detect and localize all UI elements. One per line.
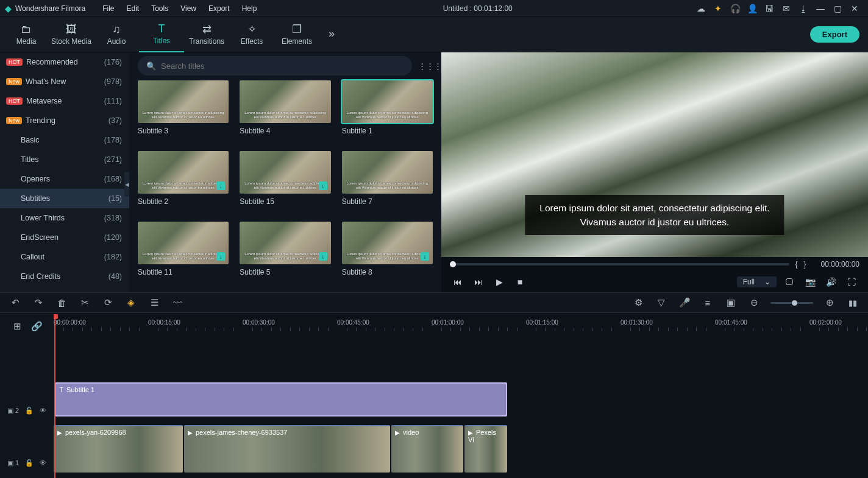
lock-icon[interactable]: 🔓 bbox=[25, 407, 34, 415]
undo-button[interactable]: ↶ bbox=[9, 297, 22, 308]
tab-titles[interactable]: TTitles bbox=[139, 17, 184, 52]
menu-help[interactable]: Help bbox=[236, 4, 263, 13]
title-thumbnail[interactable]: Lorem ipsum dolor sit amet consectetur a… bbox=[138, 151, 229, 213]
thumbnail-label: Subtitle 11 bbox=[138, 268, 229, 276]
tab-more[interactable]: » bbox=[319, 17, 344, 52]
category-item[interactable]: HOTRecommended(176) bbox=[0, 52, 129, 72]
collapse-sidebar-button[interactable]: ◀ bbox=[124, 172, 129, 197]
speed-button[interactable]: ⟳ bbox=[101, 297, 115, 308]
cloud-icon[interactable]: ☁ bbox=[692, 4, 710, 13]
zoom-slider[interactable] bbox=[770, 302, 813, 304]
search-box[interactable]: 🔍 bbox=[138, 56, 412, 76]
tab-stock-media[interactable]: 🖼Stock Media bbox=[49, 17, 94, 52]
category-item[interactable]: NewTrending(37) bbox=[0, 111, 129, 130]
title-thumbnail[interactable]: Lorem ipsum dolor sit amet consectetur a… bbox=[240, 151, 330, 213]
fullscreen-icon[interactable]: ⛶ bbox=[844, 277, 859, 287]
color-button[interactable]: ⚙ bbox=[631, 297, 645, 308]
stop-button[interactable]: ■ bbox=[512, 277, 528, 287]
hot-badge: HOT bbox=[6, 97, 23, 105]
adjust-button[interactable]: ☰ bbox=[148, 297, 161, 308]
video-clip[interactable]: ▶pexels-yan-6209968 bbox=[54, 425, 183, 473]
marker-button[interactable]: ▽ bbox=[655, 297, 668, 308]
category-item[interactable]: EndScreen(120) bbox=[0, 228, 129, 247]
download-icon[interactable]: ⭳ bbox=[795, 4, 812, 13]
mail-icon[interactable]: ✉ bbox=[778, 4, 795, 13]
volume-icon[interactable]: 🔊 bbox=[823, 277, 839, 287]
mark-in-brace[interactable]: { bbox=[795, 260, 798, 269]
account-icon[interactable]: 👤 bbox=[744, 4, 761, 13]
tab-elements[interactable]: ❐Elements bbox=[274, 17, 319, 52]
play-button[interactable]: ▶ bbox=[491, 277, 507, 287]
tab-transitions[interactable]: ⇄Transitions bbox=[184, 17, 229, 52]
visibility-icon[interactable]: 👁 bbox=[40, 459, 46, 466]
audio-wave-button[interactable]: 〰 bbox=[171, 298, 184, 308]
title-thumbnail[interactable]: Lorem ipsum dolor sit amet consectetur a… bbox=[240, 80, 330, 142]
monitor-icon[interactable]: 🖵 bbox=[781, 277, 797, 287]
video-clip[interactable]: ▶Pexels Vi bbox=[464, 425, 507, 473]
title-thumbnail[interactable]: Lorem ipsum dolor sit amet consectetur a… bbox=[342, 151, 433, 213]
download-arrow-icon: ↓ bbox=[319, 252, 327, 261]
keyframe-button[interactable]: ◈ bbox=[124, 297, 138, 308]
tab-media[interactable]: 🗀Media bbox=[4, 17, 49, 52]
headset-icon[interactable]: 🎧 bbox=[727, 4, 744, 13]
menu-tools[interactable]: Tools bbox=[145, 4, 174, 13]
category-name: End Credits bbox=[21, 272, 60, 281]
menu-edit[interactable]: Edit bbox=[121, 4, 146, 13]
category-item[interactable]: Openers(168) bbox=[0, 169, 129, 189]
tab-audio[interactable]: ♫Audio bbox=[94, 17, 139, 52]
crop-button[interactable]: ▣ bbox=[724, 297, 738, 308]
next-frame-button[interactable]: ⏭ bbox=[471, 277, 486, 287]
grid-view-icon[interactable]: ⋮⋮⋮ bbox=[418, 62, 433, 71]
cut-button[interactable]: ✂ bbox=[78, 297, 91, 308]
link-button[interactable]: 🔗 bbox=[30, 321, 43, 332]
mark-out-brace[interactable]: } bbox=[804, 260, 806, 269]
export-button[interactable]: Export bbox=[810, 26, 859, 43]
quality-select[interactable]: Full⌄ bbox=[737, 276, 777, 287]
save-icon[interactable]: 🖫 bbox=[761, 4, 778, 13]
menu-export[interactable]: Export bbox=[202, 4, 236, 13]
preview-viewport[interactable]: Lorem ipsum dolor sit amet, consectetur … bbox=[441, 52, 868, 257]
menu-file[interactable]: File bbox=[96, 4, 120, 13]
video-clip[interactable]: ▶video bbox=[391, 425, 463, 473]
idea-icon[interactable]: ✦ bbox=[710, 4, 727, 13]
visibility-icon[interactable]: 👁 bbox=[40, 407, 46, 414]
title-thumbnail[interactable]: Lorem ipsum dolor sit amet consectetur a… bbox=[342, 80, 433, 142]
category-item[interactable]: Callout(182) bbox=[0, 247, 129, 267]
tab-effects[interactable]: ✧Effects bbox=[229, 17, 274, 52]
zoom-out-button[interactable]: ⊖ bbox=[747, 297, 761, 308]
thumbnail-label: Subtitle 8 bbox=[342, 268, 433, 276]
seek-bar[interactable] bbox=[450, 263, 789, 265]
snapshot-icon[interactable]: 📷 bbox=[802, 277, 818, 287]
menu-view[interactable]: View bbox=[174, 4, 202, 13]
search-input[interactable] bbox=[161, 62, 404, 71]
zoom-in-button[interactable]: ⊕ bbox=[823, 297, 836, 308]
category-item[interactable]: Lower Thirds(318) bbox=[0, 208, 129, 228]
prev-frame-button[interactable]: ⏮ bbox=[450, 277, 466, 287]
redo-button[interactable]: ↷ bbox=[32, 297, 45, 308]
delete-button[interactable]: 🗑 bbox=[55, 298, 68, 308]
title-thumbnail[interactable]: Lorem ipsum dolor sit amet consectetur a… bbox=[342, 222, 433, 284]
category-item[interactable]: End Credits(48) bbox=[0, 267, 129, 286]
add-track-button[interactable]: ⊞ bbox=[10, 321, 24, 332]
title-thumbnail[interactable]: Lorem ipsum dolor sit amet consectetur a… bbox=[240, 222, 330, 284]
window-close[interactable]: ✕ bbox=[846, 4, 863, 13]
playhead[interactable] bbox=[54, 317, 55, 478]
lock-icon[interactable]: 🔓 bbox=[25, 459, 34, 467]
layout-toggle[interactable]: ▮▮ bbox=[846, 298, 859, 308]
track-2-label: ▣ 2 🔓 👁 bbox=[0, 399, 54, 421]
window-minimize[interactable]: — bbox=[812, 4, 829, 13]
category-item[interactable]: Titles(271) bbox=[0, 150, 129, 169]
window-maximize[interactable]: ▢ bbox=[829, 4, 846, 13]
video-clip[interactable]: ▶pexels-james-cheney-6933537 bbox=[184, 425, 390, 473]
category-item[interactable]: Subtitles(15) bbox=[0, 189, 129, 208]
video-clip-icon: ▶ bbox=[468, 429, 473, 436]
title-clip[interactable]: TSubtitle 1 bbox=[55, 382, 507, 416]
mixer-button[interactable]: ≡ bbox=[701, 298, 714, 308]
category-item[interactable]: Basic(178) bbox=[0, 130, 129, 150]
category-panel: HOTRecommended(176)NewWhat's New(978)HOT… bbox=[0, 52, 129, 292]
title-thumbnail[interactable]: Lorem ipsum dolor sit amet consectetur a… bbox=[138, 80, 229, 142]
category-item[interactable]: HOTMetaverse(111) bbox=[0, 91, 129, 111]
category-item[interactable]: NewWhat's New(978) bbox=[0, 72, 129, 91]
record-button[interactable]: 🎤 bbox=[678, 297, 691, 308]
title-thumbnail[interactable]: Lorem ipsum dolor sit amet consectetur a… bbox=[138, 222, 229, 284]
